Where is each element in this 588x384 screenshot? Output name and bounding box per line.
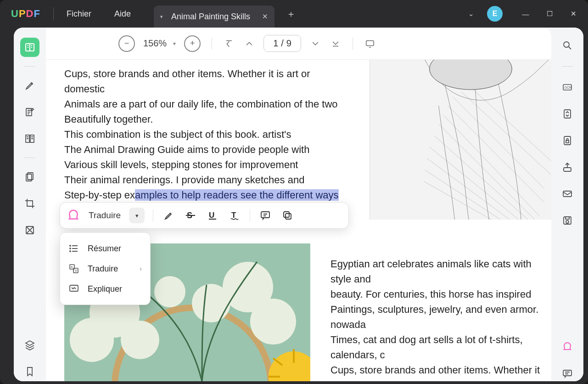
comments-button[interactable] (558, 366, 577, 381)
menu-summarize[interactable]: Résumer (60, 238, 150, 259)
reader-tool[interactable] (20, 38, 39, 57)
svg-point-34 (564, 42, 569, 47)
page-current: 1 (273, 38, 278, 49)
page-organize-tool[interactable] (20, 129, 39, 148)
svg-point-29 (154, 276, 185, 307)
zoom-out-button[interactable]: − (118, 35, 135, 52)
protect-button[interactable] (558, 133, 577, 148)
menu-help[interactable]: Aide (114, 9, 131, 19)
zoom-level[interactable]: 156% (143, 38, 167, 49)
menu-explain[interactable]: Expliquer (60, 279, 150, 299)
app-logo: UPDF (11, 8, 40, 20)
svg-rect-37 (564, 110, 571, 118)
explain-icon (68, 283, 79, 294)
divider (562, 66, 573, 67)
text-line: Step-by-step examples to help readers se… (64, 189, 339, 201)
window-maximize-button[interactable]: ☐ (538, 5, 561, 23)
window-controls: ⌄ E ― ☐ ✕ (468, 5, 585, 23)
save-button[interactable] (558, 213, 577, 228)
zoom-in-button[interactable]: + (184, 35, 201, 52)
annotate-tool[interactable] (20, 102, 39, 122)
svg-point-56 (70, 251, 71, 252)
svg-rect-43 (566, 217, 569, 219)
close-tab-icon[interactable]: ✕ (262, 12, 268, 21)
user-avatar[interactable]: E (487, 6, 503, 22)
svg-text:OCR: OCR (565, 86, 572, 89)
first-page-button[interactable] (223, 38, 235, 50)
divider (53, 7, 54, 20)
svg-point-44 (566, 220, 569, 223)
new-tab-button[interactable]: ＋ (286, 8, 296, 20)
translate-label[interactable]: Traduire (89, 210, 121, 220)
menu-file[interactable]: Fichier (67, 9, 91, 19)
window-minimize-button[interactable]: ― (514, 5, 538, 23)
page-sep: / (281, 38, 284, 49)
divider (353, 38, 353, 50)
text-line: beauty. For centuries, this horse has in… (330, 288, 531, 300)
paragraph: Egyptian art celebrates animals like cat… (330, 256, 544, 381)
copy-icon[interactable] (280, 209, 294, 222)
text-line: This combination is the subject of this … (64, 129, 291, 140)
page-total: 9 (286, 38, 291, 49)
underline-icon[interactable]: U (206, 209, 219, 222)
document-tab[interactable]: ▾ Animal Painting Skills ✕ (154, 6, 274, 28)
share-button[interactable] (558, 159, 577, 175)
divider (153, 209, 153, 222)
svg-rect-7 (366, 40, 374, 45)
last-page-button[interactable] (330, 38, 342, 50)
ai-action-dropdown[interactable]: ▾ (129, 208, 145, 223)
menu-label: Expliquer (88, 284, 122, 294)
svg-rect-39 (566, 141, 569, 143)
divider (24, 66, 35, 67)
squiggly-icon[interactable]: T (228, 209, 241, 222)
svg-rect-40 (564, 168, 571, 171)
svg-point-55 (70, 248, 71, 249)
recent-dropdown-icon[interactable]: ⌄ (468, 10, 474, 18)
presentation-button[interactable] (364, 38, 376, 50)
ocr-button[interactable]: OCR (558, 79, 577, 95)
svg-point-24 (70, 318, 114, 362)
divider (212, 38, 212, 50)
text-line: Egyptian art celebrates animals like cat… (330, 258, 532, 285)
crop-tool[interactable] (20, 194, 39, 213)
zoom-dropdown-icon[interactable]: ▾ (173, 40, 176, 47)
svg-point-28 (250, 299, 296, 344)
page-indicator[interactable]: 1 / 9 (263, 35, 301, 52)
prev-page-button[interactable] (243, 38, 255, 50)
next-page-button[interactable] (309, 38, 321, 50)
selected-text: amples to help readers see the different… (135, 189, 339, 201)
email-button[interactable] (558, 186, 577, 202)
left-tool-rail (14, 28, 46, 381)
layers-tool[interactable] (20, 335, 39, 355)
tab-strip: ▾ Animal Painting Skills ✕ ＋ (154, 0, 296, 28)
strikethrough-icon[interactable]: S (184, 209, 197, 222)
text-line: The Animal Drawing Guide aims to provide… (64, 144, 309, 155)
menu-translate[interactable]: A文 Traduire › (60, 259, 150, 279)
svg-text:A: A (71, 265, 73, 269)
convert-button[interactable] (558, 106, 577, 122)
right-tool-rail: OCR (551, 28, 583, 381)
text-line: Cups, store brands and other items. Whet… (330, 364, 540, 381)
comment-icon[interactable] (258, 209, 272, 222)
highlighter-tool[interactable] (20, 76, 39, 95)
compare-tool[interactable] (20, 220, 39, 240)
window-close-button[interactable]: ✕ (561, 5, 585, 23)
svg-text:文: 文 (74, 269, 78, 272)
tab-menu-caret-icon[interactable]: ▾ (160, 14, 163, 20)
svg-rect-45 (563, 370, 571, 376)
ai-dropdown-menu: Résumer A文 Traduire › Expliquer (60, 232, 151, 305)
chevron-right-icon: › (140, 265, 142, 272)
pages-tool[interactable] (20, 167, 39, 186)
text-line: Paintings, sculptures, jewelry, and even… (330, 304, 538, 330)
text-line: Cups, store brands and other items. Whet… (64, 68, 310, 95)
bookmark-tool[interactable] (20, 362, 39, 381)
ai-flower-icon (67, 209, 80, 222)
ai-assistant-button[interactable] (558, 339, 577, 355)
svg-rect-52 (286, 214, 291, 219)
highlighter-icon[interactable] (162, 209, 175, 222)
svg-rect-53 (284, 212, 289, 217)
svg-point-54 (70, 245, 71, 246)
divider (24, 158, 35, 158)
search-button[interactable] (558, 38, 577, 53)
svg-text:T: T (231, 211, 236, 220)
